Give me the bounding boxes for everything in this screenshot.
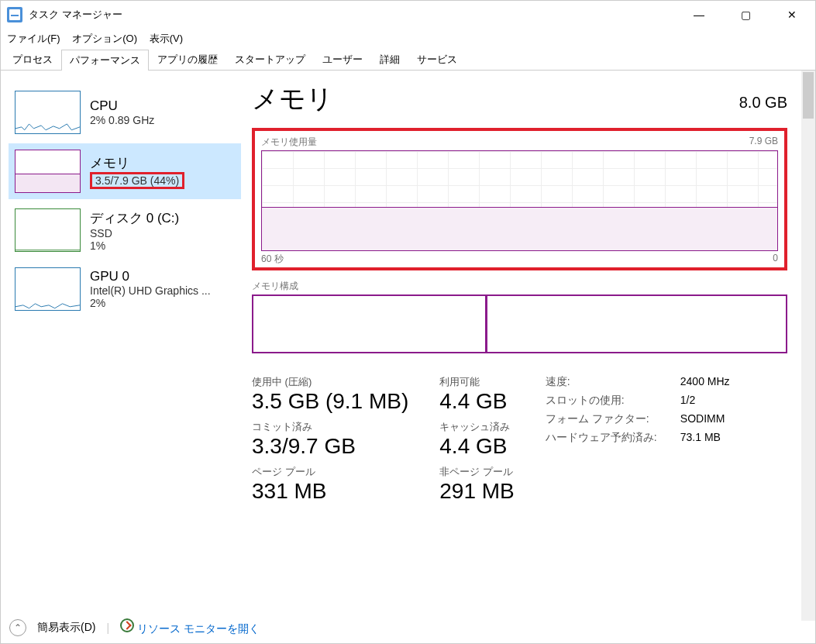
menu-file[interactable]: ファイル(F) (7, 33, 60, 44)
vertical-scrollbar[interactable]: ▴ (801, 71, 815, 621)
fewer-details-chevron-icon[interactable]: ⌃ (9, 619, 26, 636)
cpu-title: CPU (90, 98, 154, 114)
paged-pool-label: ページ プール (252, 465, 408, 479)
tab-details[interactable]: 詳細 (371, 49, 408, 70)
form-factor-value: SODIMM (680, 412, 725, 426)
in-use-value: 3.5 GB (9.1 MB) (252, 389, 408, 414)
gpu-name: Intel(R) UHD Graphics ... (90, 284, 211, 297)
memory-usage: 3.5/7.9 GB (44%) (90, 172, 184, 189)
hw-reserved-label: ハードウェア予約済み: (546, 431, 662, 445)
fewer-details-link[interactable]: 簡易表示(D) (37, 621, 95, 635)
scrollbar-thumb[interactable] (803, 72, 814, 119)
memory-title: メモリ (90, 154, 184, 172)
menu-view[interactable]: 表示(V) (150, 33, 183, 44)
gpu-title: GPU 0 (90, 269, 211, 284)
tab-app-history[interactable]: アプリの履歴 (149, 49, 226, 70)
memory-stats: 使用中 (圧縮) 3.5 GB (9.1 MB) コミット済み 3.3/9.7 … (252, 375, 787, 504)
tab-processes[interactable]: プロセス (4, 49, 61, 70)
resource-monitor-icon (120, 618, 134, 632)
memory-composition-bar (252, 294, 787, 353)
paged-pool-value: 331 MB (252, 479, 408, 504)
task-manager-icon (7, 7, 22, 22)
tab-bar: プロセス パフォーマンス アプリの履歴 スタートアップ ユーザー 詳細 サービス (1, 49, 815, 71)
title-bar: タスク マネージャー — ▢ ✕ (1, 1, 815, 29)
window-title: タスク マネージャー (29, 8, 676, 22)
disk-thumbnail-graph (15, 208, 81, 252)
composition-used-segment (253, 296, 487, 352)
disk-usage: 1% (90, 239, 179, 252)
resource-monitor-link[interactable]: リソース モニターを開く (120, 618, 260, 636)
nonpaged-pool-value: 291 MB (439, 479, 515, 504)
sidebar-item-memory[interactable]: メモリ 3.5/7.9 GB (44%) (9, 143, 241, 199)
sidebar-item-gpu[interactable]: GPU 0 Intel(R) UHD Graphics ... 2% (9, 261, 241, 317)
sidebar-item-cpu[interactable]: CPU 2% 0.89 GHz (9, 84, 241, 140)
chart-ymax: 7.9 GB (749, 136, 778, 149)
memory-usage-chart-highlight: メモリ使用量 7.9 GB 60 秒 0 (252, 128, 787, 270)
cached-value: 4.4 GB (439, 434, 515, 459)
committed-value: 3.3/9.7 GB (252, 434, 408, 459)
footer-divider: | (106, 622, 109, 634)
chart-usage-label: メモリ使用量 (261, 136, 317, 149)
footer-bar: ⌃ 簡易表示(D) | リソース モニターを開く (9, 618, 807, 636)
committed-label: コミット済み (252, 420, 408, 434)
speed-label: 速度: (546, 375, 662, 389)
memory-thumbnail-graph (15, 150, 81, 193)
tab-users[interactable]: ユーザー (314, 49, 371, 70)
chart-xaxis-right: 0 (773, 253, 778, 266)
available-label: 利用可能 (439, 375, 515, 389)
minimize-button[interactable]: — (676, 1, 722, 29)
tab-performance[interactable]: パフォーマンス (61, 50, 149, 71)
chart-xaxis-left: 60 秒 (261, 253, 284, 266)
tab-services[interactable]: サービス (408, 49, 466, 70)
cpu-usage: 2% 0.89 GHz (90, 114, 154, 126)
memory-usage-highlight: 3.5/7.9 GB (44%) (90, 172, 184, 189)
cached-label: キャッシュ済み (439, 420, 515, 434)
main-panel: メモリ 8.0 GB メモリ使用量 7.9 GB 60 秒 0 メモリ構成 (249, 71, 815, 621)
menu-bar: ファイル(F) オプション(O) 表示(V) (1, 29, 815, 49)
composition-free-segment (487, 296, 786, 352)
slots-value: 1/2 (680, 394, 695, 408)
speed-value: 2400 MHz (680, 375, 730, 389)
menu-options[interactable]: オプション(O) (72, 33, 137, 44)
hw-reserved-value: 73.1 MB (680, 431, 721, 445)
gpu-usage: 2% (90, 297, 211, 309)
gpu-thumbnail-graph (15, 267, 81, 311)
slots-label: スロットの使用: (546, 394, 662, 408)
memory-usage-chart (261, 150, 778, 251)
close-button[interactable]: ✕ (769, 1, 815, 29)
page-title: メモリ (252, 81, 333, 117)
memory-total: 8.0 GB (739, 94, 787, 112)
nonpaged-pool-label: 非ページ プール (439, 465, 515, 479)
sidebar-item-disk[interactable]: ディスク 0 (C:) SSD 1% (9, 202, 241, 258)
maximize-button[interactable]: ▢ (722, 1, 769, 29)
tab-startup[interactable]: スタートアップ (226, 49, 314, 70)
form-factor-label: フォーム ファクター: (546, 412, 662, 426)
cpu-thumbnail-graph (15, 91, 81, 134)
in-use-label: 使用中 (圧縮) (252, 375, 408, 389)
disk-type: SSD (90, 227, 179, 239)
available-value: 4.4 GB (439, 389, 515, 414)
disk-title: ディスク 0 (C:) (90, 209, 179, 227)
composition-label: メモリ構成 (252, 280, 787, 293)
sidebar: CPU 2% 0.89 GHz メモリ 3.5/7.9 GB (44%) ディス… (1, 71, 249, 621)
